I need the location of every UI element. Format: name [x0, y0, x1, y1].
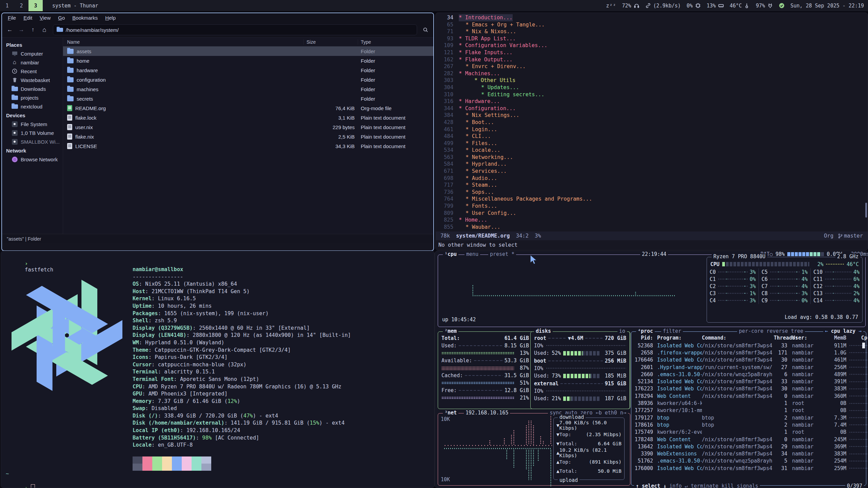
org-heading-line[interactable]: 344* Configuration... [436, 105, 865, 112]
org-heading-line[interactable]: 93* TLDR App List... [436, 35, 865, 42]
org-heading-line[interactable]: 121* Flake Inputs... [436, 49, 865, 56]
proc-row-2601[interactable]: 2601.Hyprland-wrapp/run/current-system/s… [631, 364, 866, 371]
proc-option-buttons[interactable]: per-core reverse tree [737, 328, 805, 334]
proc-header-cpu[interactable]: Cpu% ↑ [846, 335, 868, 341]
proc-row-176000[interactable]: 176000Isolated Web Co/nix/store/sm8fmrf3… [631, 465, 866, 472]
org-heading-line[interactable]: 563* Networking... [436, 154, 865, 161]
file-row[interactable]: homeFolder [63, 56, 433, 65]
org-heading-line[interactable]: 304* Updates... [436, 84, 865, 91]
proc-row-2660[interactable]: 2660.emacs-31.0.50-/nix/store/wnqz5pa8ra… [631, 371, 866, 378]
file-row[interactable]: configurationFolder [63, 75, 433, 84]
menu-edit[interactable]: Edit [20, 15, 36, 21]
idle-inhibitor-icon[interactable]: zᶻᶻ [606, 3, 616, 9]
file-row[interactable]: LICENSE34,3 KiBPlain text document [63, 141, 433, 151]
org-heading-line[interactable]: 671* Services... [436, 168, 865, 175]
proc-row-179127[interactable]: 179127btopbtop2nambiar7.3M0.0 [631, 414, 866, 421]
menu-file[interactable]: File [4, 15, 20, 21]
proc-header-program[interactable]: Program: [657, 335, 702, 341]
org-heading-line[interactable]: 303* Other Utils [436, 77, 865, 84]
workspace-3[interactable]: 3 [28, 0, 43, 11]
sidebar-item-nextcloud[interactable]: nextcloud [2, 102, 63, 111]
sidebar-item-smallbox-wi-[interactable]: SMALLBOX Wi... [2, 137, 63, 146]
org-heading-line[interactable]: 34* Introduction... [436, 14, 865, 21]
org-heading-line[interactable]: 809* User Config... [436, 210, 865, 217]
org-heading-line[interactable]: 499* Files... [436, 140, 865, 147]
proc-row-38936[interactable]: 38936kworker/u64:6-kc1root0B0.0 [631, 400, 866, 407]
sidebar-item-browse-network[interactable]: Browse Network [2, 155, 63, 164]
sidebar-item-computer[interactable]: Computer [2, 49, 63, 58]
menu-go[interactable]: Go [54, 15, 68, 21]
proc-header-threads[interactable]: Threads: [774, 335, 787, 341]
up-button[interactable]: ↑ [28, 25, 38, 35]
proc-row-178294[interactable]: 178294Web Content/nix/store/sm8fmrf3wps4… [631, 392, 866, 400]
forward-button[interactable]: → [16, 25, 26, 35]
proc-row-178616[interactable]: 178616btopbtop2nambiar7.4M0.0 [631, 421, 866, 428]
proc-row-176646[interactable]: 176646Isolated Web Co/nix/store/sm8fmrf3… [631, 357, 866, 364]
org-heading-line[interactable]: 584* Hyprland... [436, 161, 865, 168]
org-heading-line[interactable]: 310* Editing secrets... [436, 91, 865, 98]
org-heading-line[interactable]: 71* Nix & Nixos... [436, 28, 865, 35]
sidebar-item-projects[interactable]: projects [2, 93, 63, 102]
proc-filter-button[interactable]: filter [661, 328, 683, 334]
column-header-size[interactable]: Size [304, 39, 358, 45]
proc-row-2658[interactable]: 2658.firefox-wrappe/nix/store/sm8fmrf3wp… [631, 349, 866, 356]
org-heading-line[interactable]: 109* Configuration Variables... [436, 42, 865, 49]
proc-row-178248[interactable]: 178248Web Content/nix/store/sm8fmrf3wps4… [631, 436, 866, 443]
sidebar-item-nambiar[interactable]: ⌂nambiar [2, 58, 63, 67]
proc-header-command[interactable]: Command: [702, 335, 774, 341]
proc-row-177257[interactable]: 177257kworker/10:1-mm_1root0B0.0 [631, 407, 866, 414]
cpu-menu-button[interactable]: menu [465, 251, 480, 257]
org-heading-line[interactable]: 825* Home... [436, 217, 865, 224]
emacs-scrollbar[interactable] [865, 203, 867, 218]
sidebar-item-file-system[interactable]: File System [2, 120, 63, 128]
org-heading-line[interactable]: 428* Boot... [436, 119, 865, 126]
filelist-header[interactable]: NameSizeType [63, 38, 433, 46]
file-row[interactable]: secretsFolder [63, 94, 433, 103]
org-heading-line[interactable]: 764* Miscellaneous Packages and Programs… [436, 196, 865, 203]
org-heading-line[interactable]: 461* Login... [436, 126, 865, 133]
menu-help[interactable]: Help [101, 15, 119, 21]
sidebar-item-downloads[interactable]: Downloads [2, 84, 63, 93]
home-button[interactable]: ⌂ [39, 25, 50, 35]
file-row[interactable]: flake.lock3,1 KiBPlain text document [63, 113, 433, 122]
proc-header-memb[interactable]: MemB [829, 335, 846, 341]
column-header-type[interactable]: Type [358, 39, 433, 45]
org-heading-line[interactable]: 855* Waubar... [436, 224, 865, 230]
proc-row-51762[interactable]: 51762.emacs-31.0.50-/nix/store/wnqz5pa8r… [631, 458, 866, 465]
file-row[interactable]: user.nix229 bytesPlain text document [63, 122, 433, 132]
proc-footer[interactable]: ↑ select ↓ info ↵ terminate kill signals [634, 483, 760, 488]
sidebar-item-wastebasket[interactable]: Wastebasket [2, 76, 63, 84]
file-row[interactable]: assetsFolder [63, 46, 433, 56]
org-heading-line[interactable]: 698* Audio... [436, 175, 865, 182]
org-heading-line[interactable]: 267* Envrc + Direnv... [436, 63, 865, 70]
proc-header-user[interactable]: User: [792, 335, 829, 341]
org-heading-line[interactable]: 534* Locale... [436, 147, 865, 154]
file-row[interactable]: README.org76,4 KiBOrg-mode file [63, 103, 433, 113]
org-heading-line[interactable]: 282* Machines... [436, 70, 865, 77]
org-heading-line[interactable]: 162* Flake Output... [436, 56, 865, 63]
proc-row-13642[interactable]: 13642Isolated Web Co/nix/store/sm8fmrf3w… [631, 443, 866, 450]
proc-scrollbar-thumb[interactable] [862, 343, 865, 348]
proc-row-3390[interactable]: 3390WebExtensions/nix/store/sm8fmrf3wps4… [631, 450, 866, 457]
file-row[interactable]: flake.nix2,5 KiBPlain text document [63, 132, 433, 141]
org-heading-line[interactable]: 65* Emacs + Org + Tangle... [436, 21, 865, 28]
sidebar-item-recent[interactable]: Recent [2, 67, 63, 76]
workspace-2[interactable]: 2 [14, 0, 28, 11]
back-button[interactable]: ← [5, 25, 15, 35]
org-heading-line[interactable]: 484* CLI... [436, 133, 865, 140]
menu-bookmarks[interactable]: Bookmarks [68, 15, 101, 21]
cpu-preset-button[interactable]: preset * [488, 251, 516, 257]
proc-row-52368[interactable]: 52368Isolated Web Co/nix/store/sm8fmrf3w… [631, 342, 866, 349]
org-heading-line[interactable]: 384* Nix Settings... [436, 112, 865, 119]
file-row[interactable]: machinesFolder [63, 84, 433, 94]
path-bar[interactable]: /home/nambiar/system/ [53, 24, 417, 35]
proc-row-175749[interactable]: 175749kworker/6:2-even1root0B0.0 [631, 429, 866, 436]
column-header-name[interactable]: Name [63, 39, 304, 45]
menu-view[interactable]: View [36, 15, 54, 21]
terminal-fastfetch[interactable]: › fastfetch nambiar@smallbox------------… [1, 251, 435, 488]
proc-header-pid[interactable]: Pid: [631, 335, 653, 341]
org-heading-line[interactable]: 736* Sops... [436, 189, 865, 196]
org-heading-line[interactable]: 799* Fonts... [436, 203, 865, 210]
proc-nav[interactable]: ← cpu lazy → [823, 328, 863, 334]
org-buffer[interactable]: 34* Introduction...65* Emacs + Org + Tan… [436, 14, 865, 230]
